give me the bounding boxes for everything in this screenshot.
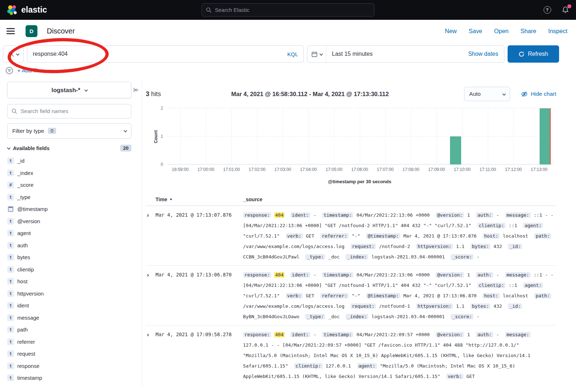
doc-source: response: 404 ident: - timestamp: 04/Mar… xyxy=(243,270,556,322)
x-tick-label: 17:10:00 xyxy=(454,167,471,172)
interval-select[interactable]: Auto xyxy=(464,87,510,101)
string-field-icon: t xyxy=(7,242,14,249)
field-badge: path: xyxy=(534,233,551,239)
x-tick-label: 17:12:00 xyxy=(505,167,522,172)
field-name: @version xyxy=(17,218,40,224)
field-item-agent[interactable]: tagent xyxy=(7,227,142,239)
y-tick-label: 0 xyxy=(161,162,163,167)
doc-timestamp: Mar 4, 2021 @ 17:13:07.876 xyxy=(156,210,243,220)
date-field-icon xyxy=(7,206,14,212)
field-item-path[interactable]: tpath xyxy=(7,324,142,336)
field-item-httpversion[interactable]: thttpversion xyxy=(7,288,142,300)
expand-row-button[interactable]: › xyxy=(146,329,156,340)
field-badge: host: xyxy=(483,293,500,298)
chart-time-range: Mar 4, 2021 @ 16:58:30.112 - Mar 4, 2021… xyxy=(231,91,389,98)
x-tick-label: 16:59:00 xyxy=(172,167,189,172)
elastic-logo[interactable]: elastic xyxy=(6,4,47,15)
x-tick-label: 17:06:00 xyxy=(351,167,368,172)
refresh-button[interactable]: Refresh xyxy=(508,45,559,63)
action-inspect[interactable]: Inspect xyxy=(548,28,567,35)
field-search-input[interactable] xyxy=(21,108,127,114)
field-item-_score[interactable]: #_score xyxy=(7,179,142,191)
global-search[interactable] xyxy=(202,3,374,17)
top-nav-actions: NewSaveOpenShareInspect xyxy=(445,28,567,35)
x-tick-label: 17:08:00 xyxy=(402,167,419,172)
field-item-response[interactable]: tresponse xyxy=(7,360,142,372)
string-field-icon: t xyxy=(7,362,14,369)
action-share[interactable]: Share xyxy=(521,28,536,35)
string-field-icon: t xyxy=(7,266,14,273)
string-field-icon: t xyxy=(7,194,14,200)
string-field-icon: t xyxy=(7,170,14,176)
field-search-box[interactable] xyxy=(7,104,131,118)
field-name: @timestamp xyxy=(17,206,48,212)
column-source[interactable]: _source xyxy=(243,197,556,202)
chevron-down-icon xyxy=(123,129,127,132)
index-pattern-selector[interactable]: logstash-* xyxy=(7,82,131,98)
field-item-ident[interactable]: tident xyxy=(7,299,142,312)
collapse-sidebar-icon[interactable] xyxy=(133,87,139,95)
action-new[interactable]: New xyxy=(445,28,457,35)
x-tick-label: 17:00:00 xyxy=(197,167,214,172)
highlighted-value: 404 xyxy=(274,212,284,218)
global-header: elastic ? xyxy=(0,0,576,20)
date-quick-select-button[interactable] xyxy=(307,46,326,62)
action-open[interactable]: Open xyxy=(494,28,508,35)
x-tick-label: 17:13:00 xyxy=(531,167,548,172)
doc-source: response: 404 ident: - timestamp: 04/Mar… xyxy=(243,329,556,382)
field-item-timestamp[interactable]: ttimestamp xyxy=(7,372,142,384)
x-tick-label: 17:05:00 xyxy=(325,167,342,172)
time-range-value[interactable]: Last 15 minutes xyxy=(332,51,373,57)
field-item-@version[interactable]: t@version xyxy=(7,215,142,227)
saved-query-button[interactable] xyxy=(3,45,24,63)
show-dates-link[interactable]: Show dates xyxy=(468,51,498,57)
field-item-request[interactable]: trequest xyxy=(7,348,142,360)
query-input[interactable]: response:404 KQL xyxy=(27,45,304,63)
filter-by-type-accordion[interactable]: Filter by type 0 xyxy=(7,123,131,139)
field-badge: timestamp: xyxy=(322,272,353,278)
field-name: message xyxy=(17,315,39,321)
v-gridline xyxy=(180,108,181,165)
field-item-@timestamp[interactable]: @timestamp xyxy=(7,203,142,215)
field-name: host xyxy=(17,278,27,284)
v-gridline xyxy=(360,108,360,165)
field-item-message[interactable]: tmessage xyxy=(7,312,142,324)
field-badge: httpversion: xyxy=(416,303,453,309)
kql-button[interactable]: KQL xyxy=(287,51,298,57)
action-save[interactable]: Save xyxy=(469,28,482,35)
field-item-bytes[interactable]: tbytes xyxy=(7,251,142,263)
histogram-bar[interactable] xyxy=(540,108,551,165)
menu-button[interactable] xyxy=(6,28,15,34)
field-item-clientip[interactable]: tclientip xyxy=(7,263,142,276)
filter-icon[interactable] xyxy=(5,67,13,75)
field-item-_type[interactable]: t_type xyxy=(7,191,142,203)
expand-row-button[interactable]: › xyxy=(146,210,156,220)
doc-timestamp: Mar 4, 2021 @ 17:09:58.278 xyxy=(156,329,243,340)
field-badge: message: xyxy=(505,332,531,337)
field-item-auth[interactable]: tauth xyxy=(7,239,142,252)
field-item-host[interactable]: thost xyxy=(7,275,142,288)
alerts-icon[interactable] xyxy=(561,6,570,14)
string-field-icon: t xyxy=(7,374,14,381)
column-time[interactable]: Time xyxy=(156,197,243,202)
field-name: _score xyxy=(17,182,33,188)
field-badge: host: xyxy=(483,233,500,239)
add-filter-link[interactable]: + Add filter xyxy=(17,67,44,74)
available-fields-header[interactable]: Available fields 20 xyxy=(7,145,131,152)
table-row: ›Mar 4, 2021 @ 17:13:07.876response: 404… xyxy=(146,206,556,265)
field-item-referrer[interactable]: treferrer xyxy=(7,336,142,348)
x-tick-label: 17:11:00 xyxy=(480,167,496,172)
string-field-icon: t xyxy=(7,302,14,309)
field-badge: path: xyxy=(534,293,551,298)
global-search-input[interactable] xyxy=(215,7,370,13)
hide-chart-link[interactable]: Hide chart xyxy=(521,91,556,98)
string-field-icon: t xyxy=(7,278,14,285)
field-item-_id[interactable]: t_id xyxy=(7,155,142,167)
field-badge: httpversion: xyxy=(416,244,453,249)
string-field-icon: t xyxy=(7,326,14,333)
help-icon[interactable]: ? xyxy=(543,6,552,14)
field-badge: referrer: xyxy=(320,233,348,239)
histogram-bar[interactable] xyxy=(450,136,461,165)
field-item-_index[interactable]: t_index xyxy=(7,167,142,179)
expand-row-button[interactable]: › xyxy=(146,270,156,280)
